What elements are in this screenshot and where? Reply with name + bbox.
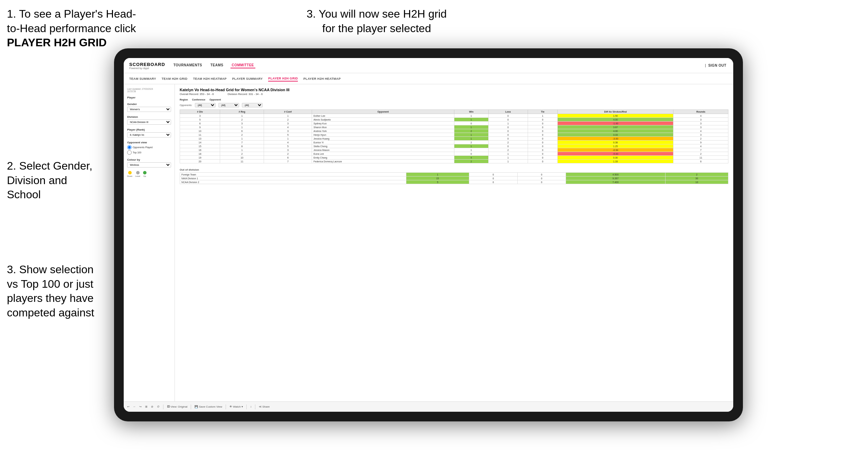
annotation-bot-left: 3. Show selection vs Top 100 or just pla…	[7, 263, 117, 320]
sign-out-link[interactable]: Sign out	[707, 63, 728, 68]
brand-sub: Powered by clippd	[129, 67, 165, 69]
view-original-btn[interactable]: 🖼 View: Original	[167, 405, 187, 408]
table-row: 14 7 4 Eunice Yi 2 2 0 0.38 9	[180, 141, 728, 144]
overall-record: Overall Record: 353 - 34 - 6	[180, 93, 214, 96]
region-select[interactable]: (All)	[195, 103, 216, 107]
subnav-team-h2h-grid[interactable]: TEAM H2H GRID	[162, 76, 188, 81]
colour-label: Colour by	[127, 158, 171, 161]
annotation-top-right: 3. You will now see H2H grid for the pla…	[290, 7, 463, 36]
nav-tournaments[interactable]: TOURNAMENTS	[172, 63, 204, 68]
division-record: Division Record: 331 - 34 - 6	[228, 93, 263, 96]
sidebar-gender-section: Gender Women's	[127, 103, 171, 112]
level-label: Level	[135, 175, 140, 177]
table-row: 15 8 5 Stella Cheng 1 0 0 1.25 4	[180, 144, 728, 148]
pipe: |	[705, 64, 707, 67]
last-updated: Last Updated: 27/03/2024 16:55:38	[127, 88, 171, 93]
nav-teams[interactable]: TEAMS	[209, 63, 225, 68]
col-opponent: Opponent	[312, 110, 454, 114]
nav-right: | Sign out	[705, 64, 728, 67]
sidebar-division-section: Division NCAA Division III	[127, 115, 171, 125]
panel-subtitle: Overall Record: 353 - 34 - 6 Division Re…	[180, 93, 728, 96]
table-row: 16 1 3 Jessica Mason 1 2 0 -0.94 7	[180, 148, 728, 152]
table-row: NCAA Division 2 5 0 0 7.400 10	[180, 180, 728, 184]
radio-top100[interactable]: Top 100	[127, 150, 171, 155]
table-row: Foreign Team 1 0 0 4.500 2	[180, 173, 728, 177]
nav-committee[interactable]: COMMITTEE	[230, 63, 256, 68]
col-tie: Tie	[528, 110, 558, 114]
conference-select[interactable]: (All)	[218, 103, 239, 107]
filter-row: Region Conference Opponent	[180, 98, 728, 101]
col-reg: # Reg	[220, 110, 264, 114]
toolbar-divider-5	[255, 404, 255, 409]
table-row: 5 2 2 Alexis Sudjianto 1 0 0 4.00 3	[180, 118, 728, 122]
table-row: 9 1 4 Sharon Mun 1 0 0 3.67 3	[180, 125, 728, 129]
sort-btn[interactable]: ↕	[250, 405, 252, 408]
down-label: Down	[127, 175, 132, 177]
subnav-player-h2h-heatmap[interactable]: PLAYER H2H HEATMAP	[303, 76, 341, 81]
table-row: 19 10 6 Emily Chang 4 1 0 0.30 11	[180, 156, 728, 160]
subnav-player-summary[interactable]: PLAYER SUMMARY	[232, 76, 263, 81]
gender-select[interactable]: Women's	[127, 107, 171, 112]
up-dot	[143, 171, 147, 174]
player-rank-label: Player (Rank)	[127, 128, 171, 131]
col-div: # Div	[180, 110, 220, 114]
table-row: 13 1 1 Jessica Huang 1 0 0 -3.00 2	[180, 137, 728, 141]
grid-btn[interactable]: ⊞	[145, 405, 148, 408]
main-table: # Div # Reg # Conf Opponent Win Loss Tie…	[180, 109, 728, 163]
radio-opponents-played[interactable]: Opponents Played	[127, 145, 171, 150]
save-custom-view-btn[interactable]: 💾 Save Custom View	[195, 405, 222, 408]
main-content: Last Updated: 27/03/2024 16:55:38 Player…	[124, 84, 733, 401]
toolbar-divider-3	[226, 404, 226, 409]
bottom-toolbar: ↩ ← ↪ ⊞ ⊘ ⏱ 🖼 View: Original 💾 Save Cust…	[124, 401, 733, 412]
level-dot	[136, 171, 140, 174]
panel-title: Katelyn Vo Head-to-Head Grid for Women's…	[180, 88, 728, 92]
table-row: 18 2 2 Euna Lee 0 1 0 -5.00 2	[180, 152, 728, 156]
data-panel: Katelyn Vo Head-to-Head Grid for Women's…	[175, 84, 733, 401]
opponent-select[interactable]: (All)	[242, 103, 263, 107]
share-btn[interactable]: ≪ Share	[259, 405, 270, 408]
region-label: Region	[180, 98, 188, 101]
up-label: Up	[143, 175, 146, 177]
clear-btn[interactable]: ⊘	[151, 405, 153, 408]
opponents-filter-sub: Opponents: (All) (All) (All)	[180, 103, 263, 107]
out-of-division-label: Out of division	[180, 168, 728, 171]
subnav-player-h2h-grid[interactable]: PLAYER H2H GRID	[268, 76, 298, 82]
navbar: SCOREBOARD Powered by clippd TOURNAMENTS…	[124, 58, 733, 73]
subnav-team-h2h-heatmap[interactable]: TEAM H2H HEATMAP	[193, 76, 227, 81]
brand-name: SCOREBOARD	[129, 62, 165, 67]
back-btn[interactable]: ←	[133, 405, 136, 408]
sidebar-player-rank-section: Player (Rank) 8. Katelyn Vo	[127, 128, 171, 137]
toolbar-divider-1	[163, 404, 163, 409]
table-row: 10 6 3 Andrea York 2 0 0 4.00 4	[180, 129, 728, 133]
opponent-filter: Opponent	[209, 98, 221, 101]
ipad-screen: SCOREBOARD Powered by clippd TOURNAMENTS…	[124, 58, 733, 412]
conference-label: Conference	[192, 98, 206, 101]
sidebar: Last Updated: 27/03/2024 16:55:38 Player…	[124, 84, 175, 401]
annotation-top-left: 1. To see a Player's Head- to-Head perfo…	[7, 7, 138, 50]
ipad-frame: SCOREBOARD Powered by clippd TOURNAMENTS…	[114, 48, 743, 421]
out-of-division-table: Foreign Team 1 0 0 4.500 2 NAIA Division…	[180, 172, 728, 184]
col-win: Win	[454, 110, 488, 114]
redo-btn[interactable]: ↪	[139, 405, 142, 408]
opponent-view-label: Opponent view	[127, 141, 171, 144]
opponent-label: Opponent	[209, 98, 221, 101]
timer-btn[interactable]: ⏱	[157, 405, 160, 408]
undo-btn[interactable]: ↩	[127, 405, 130, 408]
sidebar-opponent-view-section: Opponent view Opponents Played Top 100	[127, 141, 171, 155]
sidebar-player-section: Player	[127, 96, 171, 99]
conference-filter: Conference	[192, 98, 206, 101]
gender-label: Gender	[127, 103, 171, 106]
watch-btn[interactable]: 👁 Watch ▾	[229, 405, 243, 408]
col-loss: Loss	[488, 110, 528, 114]
table-row: 3 1 1 Esther Lee 1 0 1 1.50 4	[180, 114, 728, 118]
table-row: 11 2 5 Heejo Hyun 1 0 0 3.33 3	[180, 133, 728, 137]
col-rounds: Rounds	[673, 110, 728, 114]
colour-select[interactable]: Win/loss	[127, 162, 171, 168]
player-rank-select[interactable]: 8. Katelyn Vo	[127, 132, 171, 137]
colour-legend: Down Level Up	[127, 171, 171, 177]
opponents-sublabel: Opponents:	[180, 104, 192, 106]
down-dot	[128, 171, 132, 174]
table-row: 6 3 3 Sydney Kuo 0 1 0 -1.00 3	[180, 122, 728, 125]
subnav-team-summary[interactable]: TEAM SUMMARY	[129, 76, 156, 81]
division-select[interactable]: NCAA Division III	[127, 120, 171, 125]
